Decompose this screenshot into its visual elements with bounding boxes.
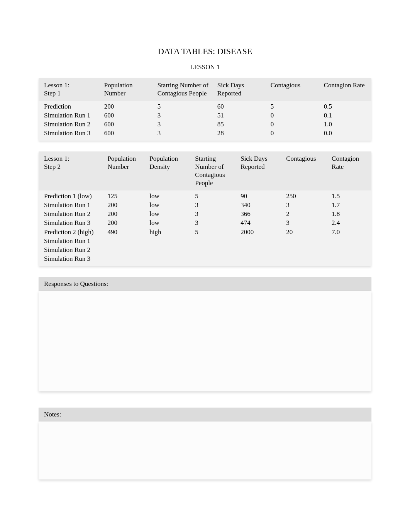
table-cell: 600 — [102, 129, 155, 140]
table-cell: Simulation Run 2 — [39, 120, 102, 129]
table-cell — [193, 254, 238, 266]
table-cell: 60 — [215, 101, 268, 111]
table-cell — [284, 245, 329, 254]
table-cell — [284, 254, 329, 266]
table-cell — [105, 245, 147, 254]
table-cell — [238, 254, 284, 266]
table-row: Simulation Run 160035100.1 — [39, 111, 371, 120]
table-cell — [105, 254, 147, 266]
table-cell: 1.5 — [329, 190, 371, 201]
table-cell: 20 — [284, 228, 329, 236]
table1-header-rate: Contagion Rate — [322, 78, 371, 101]
table-cell — [193, 236, 238, 245]
table-cell: 51 — [215, 111, 268, 120]
table-cell: low — [147, 218, 193, 227]
table-cell: 600 — [102, 120, 155, 129]
table-cell: 1.8 — [329, 209, 371, 218]
table-cell: 85 — [215, 120, 268, 129]
table-cell: 200 — [105, 218, 147, 227]
table2-header-lesson: Lesson 1: Step 2 — [39, 151, 105, 190]
table-cell — [147, 254, 193, 266]
table-cell: Simulation Run 1 — [39, 111, 102, 120]
table-cell: 7.0 — [329, 228, 371, 236]
table-cell: 340 — [238, 201, 284, 209]
table1-header-contagious: Contagious — [268, 78, 322, 101]
table-cell: high — [147, 228, 193, 236]
notes-box[interactable] — [39, 422, 371, 479]
table-cell: 0.0 — [322, 129, 371, 140]
table2-header-density: Population Density — [147, 151, 193, 190]
table2-header-rate: Contagion Rate — [329, 151, 371, 190]
table-row: Simulation Run 260038501.0 — [39, 120, 371, 129]
table-cell: Prediction — [39, 101, 102, 111]
table-cell: 490 — [105, 228, 147, 236]
table2-header-popnum: Population Number — [105, 151, 147, 190]
table-cell: 250 — [284, 190, 329, 201]
table2-wrap: Lesson 1: Step 2 Population Number Popul… — [39, 151, 371, 266]
table-cell: Prediction 1 (low) — [39, 190, 105, 201]
table-cell: 1.7 — [329, 201, 371, 209]
table-cell: Simulation Run 2 — [39, 245, 105, 254]
table-cell: 5 — [155, 101, 215, 111]
table-cell: 366 — [238, 209, 284, 218]
table-cell: 200 — [105, 201, 147, 209]
table-cell: 90 — [238, 190, 284, 201]
table-cell: 474 — [238, 218, 284, 227]
table2-header-contagious: Contagious — [284, 151, 329, 190]
table-row: Prediction 2 (high)490high52000207.0 — [39, 228, 371, 236]
table-cell: Simulation Run 1 — [39, 201, 105, 209]
table-cell: 3 — [155, 120, 215, 129]
table-cell: 3 — [193, 201, 238, 209]
table-cell: 3 — [284, 218, 329, 227]
table-cell: low — [147, 209, 193, 218]
table-cell: 3 — [155, 111, 215, 120]
table-row: Simulation Run 1200low334031.7 — [39, 201, 371, 209]
table2-body: Prediction 1 (low)125low5902501.5Simulat… — [39, 190, 371, 266]
table-cell — [193, 245, 238, 254]
table-cell: 0 — [268, 120, 322, 129]
table-cell: Simulation Run 3 — [39, 254, 105, 266]
table-cell: 5 — [268, 101, 322, 111]
table-row: Simulation Run 2 — [39, 245, 371, 254]
table-cell — [329, 254, 371, 266]
table-cell — [147, 236, 193, 245]
table1: Lesson 1: Step 1 Population Number Start… — [39, 78, 371, 141]
table-cell: 200 — [105, 209, 147, 218]
table1-body: Prediction20056050.5Simulation Run 16003… — [39, 101, 371, 141]
table-cell — [284, 236, 329, 245]
table-cell: 0 — [268, 129, 322, 140]
table-cell: 0.5 — [322, 101, 371, 111]
notes-label: Notes: — [39, 408, 371, 422]
table-row: Simulation Run 2200low336621.8 — [39, 209, 371, 218]
table-cell: 1.0 — [322, 120, 371, 129]
table-cell: low — [147, 190, 193, 201]
table-cell: Simulation Run 2 — [39, 209, 105, 218]
table-row: Prediction20056050.5 — [39, 101, 371, 111]
table-row: Simulation Run 3200low347432.4 — [39, 218, 371, 227]
responses-box[interactable] — [39, 291, 371, 391]
page-subtitle: LESSON 1 — [39, 63, 371, 71]
table1-header-lesson: Lesson 1: Step 1 — [39, 78, 102, 101]
table2-header-startnum: Starting Number of Contagious People — [193, 151, 238, 190]
table-cell: 28 — [215, 129, 268, 140]
table-cell: 600 — [102, 111, 155, 120]
table-cell — [238, 236, 284, 245]
table-cell — [147, 245, 193, 254]
table-cell: 2000 — [238, 228, 284, 236]
table-cell: 200 — [102, 101, 155, 111]
table-cell — [238, 245, 284, 254]
table-cell: 2 — [284, 209, 329, 218]
table2: Lesson 1: Step 2 Population Number Popul… — [39, 151, 371, 266]
table-cell — [105, 236, 147, 245]
table1-header-sickdays: Sick Days Reported — [215, 78, 268, 101]
responses-label: Responses to Questions: — [39, 277, 371, 291]
table-cell: Simulation Run 1 — [39, 236, 105, 245]
table-cell: 0 — [268, 111, 322, 120]
table1-wrap: Lesson 1: Step 1 Population Number Start… — [39, 78, 371, 141]
table-cell: 3 — [284, 201, 329, 209]
table-cell: 3 — [193, 218, 238, 227]
table-cell: Simulation Run 3 — [39, 218, 105, 227]
table-cell — [329, 245, 371, 254]
table-cell: 3 — [193, 209, 238, 218]
table-cell: 0.1 — [322, 111, 371, 120]
